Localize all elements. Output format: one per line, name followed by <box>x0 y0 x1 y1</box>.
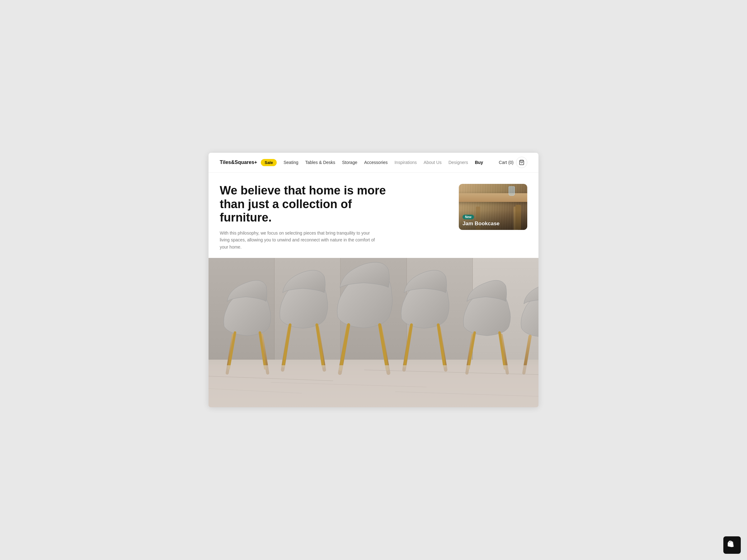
chair-2 <box>280 270 328 370</box>
hero-title: We believe that home is more than just a… <box>220 184 400 224</box>
bookcase-card[interactable]: New Jam Bookcase <box>459 184 527 230</box>
nav-item-tables-desks[interactable]: Tables & Desks <box>302 158 338 167</box>
shopify-icon <box>728 541 737 550</box>
main-hero-image <box>209 258 538 407</box>
chairs-scene <box>209 258 538 407</box>
chair-6 <box>521 283 538 373</box>
nav-item-buy[interactable]: Buy <box>472 158 486 167</box>
sale-badge[interactable]: Sale <box>261 159 277 166</box>
bookcase-new-badge: New <box>463 215 474 219</box>
cart-icon-button[interactable] <box>516 157 527 168</box>
hero-section: We believe that home is more than just a… <box>209 173 538 258</box>
nav-item-about-us[interactable]: About Us <box>420 158 445 167</box>
svg-line-13 <box>340 325 349 369</box>
nav-item-storage[interactable]: Storage <box>339 158 360 167</box>
svg-line-19 <box>438 325 444 366</box>
chair-5 <box>463 280 511 373</box>
glass-decoration <box>509 186 515 196</box>
nav-item-designers[interactable]: Designers <box>445 158 471 167</box>
table-top-decoration <box>459 193 527 202</box>
bookcase-card-overlay: New Jam Bookcase <box>459 211 527 230</box>
nav-items: Seating Tables & Desks Storage Accessori… <box>280 158 498 167</box>
brand-logo[interactable]: Tiles&Squares+ <box>220 160 257 165</box>
chairs-svg <box>209 258 538 407</box>
shopping-bag-icon <box>519 160 524 165</box>
page-wrapper: Tiles&Squares+ Sale Seating Tables & Des… <box>209 153 538 407</box>
hero-subtitle: With this philosophy, we focus on select… <box>220 230 376 250</box>
svg-line-14 <box>380 325 387 369</box>
chair-1 <box>224 280 271 373</box>
chair-3 <box>337 262 392 373</box>
shopify-badge[interactable] <box>723 536 741 554</box>
nav-item-inspirations[interactable]: Inspirations <box>391 158 420 167</box>
bookcase-title: Jam Bookcase <box>463 220 523 227</box>
svg-line-18 <box>405 325 411 366</box>
hero-text: We believe that home is more than just a… <box>220 184 451 250</box>
navbar: Tiles&Squares+ Sale Seating Tables & Des… <box>209 153 538 173</box>
cart-label[interactable]: Cart (0) <box>499 160 514 165</box>
chair-4 <box>401 270 449 370</box>
svg-line-9 <box>317 325 323 366</box>
nav-right: Cart (0) <box>499 157 527 168</box>
nav-item-seating[interactable]: Seating <box>280 158 301 167</box>
svg-line-8 <box>283 325 290 366</box>
svg-rect-28 <box>209 365 538 407</box>
nav-item-accessories[interactable]: Accessories <box>361 158 391 167</box>
